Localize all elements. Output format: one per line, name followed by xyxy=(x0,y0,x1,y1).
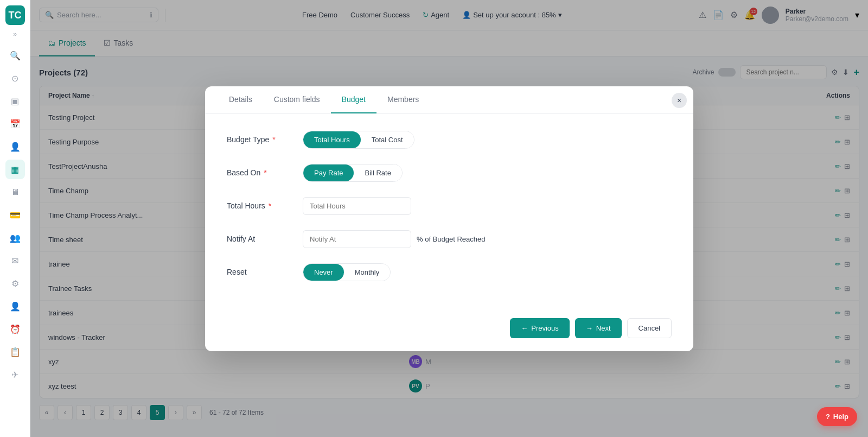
form-row-based-on: Based On * Pay Rate Bill Rate xyxy=(227,164,672,182)
next-arrow-icon: → xyxy=(586,324,593,332)
cancel-button[interactable]: Cancel xyxy=(627,318,672,338)
sidebar-icon-team[interactable]: 👥 xyxy=(5,228,25,248)
based-on-label: Based On * xyxy=(227,168,303,177)
modal-tab-custom-fields[interactable]: Custom fields xyxy=(263,86,331,113)
modal-footer: ← Previous → Next Cancel xyxy=(205,309,693,351)
modal-overlay: × Details Custom fields Budget Members B… xyxy=(30,0,868,437)
help-icon: ? xyxy=(826,413,830,421)
reset-monthly[interactable]: Monthly xyxy=(344,264,391,281)
based-on-toggle-group: Pay Rate Bill Rate xyxy=(303,164,403,182)
budget-type-controls: Total Hours Total Cost xyxy=(303,131,414,149)
sidebar-icon-settings[interactable]: ⚙ xyxy=(5,274,25,293)
form-row-budget-type: Budget Type * Total Hours Total Cost xyxy=(227,131,672,149)
reset-controls: Never Monthly xyxy=(303,263,391,281)
notify-at-controls: % of Budget Reached xyxy=(303,230,485,248)
required-mark: * xyxy=(272,135,275,144)
sidebar-icon-billing[interactable]: 💳 xyxy=(5,205,25,225)
previous-arrow-icon: ← xyxy=(521,324,528,332)
budget-type-total-cost[interactable]: Total Cost xyxy=(361,131,414,148)
sidebar: TC » 🔍 ⊙ ▣ 📅 👤 ▦ 🖥 💳 👥 ✉ ⚙ 👤 ⏰ 📋 ✈ xyxy=(0,0,30,437)
sidebar-icon-user2[interactable]: 👤 xyxy=(5,296,25,316)
form-row-notify-at: Notify At % of Budget Reached xyxy=(227,230,672,248)
based-on-controls: Pay Rate Bill Rate xyxy=(303,164,403,182)
form-row-reset: Reset Never Monthly xyxy=(227,263,672,281)
modal-close-button[interactable]: × xyxy=(672,93,687,108)
modal-tab-budget[interactable]: Budget xyxy=(331,86,376,113)
app-logo[interactable]: TC xyxy=(5,5,25,25)
modal-tabs: Details Custom fields Budget Members xyxy=(205,86,693,113)
based-on-bill-rate[interactable]: Bill Rate xyxy=(354,164,401,181)
expand-icon[interactable]: » xyxy=(13,30,17,38)
sidebar-icon-projects[interactable]: ▦ xyxy=(5,160,25,179)
modal-tab-details[interactable]: Details xyxy=(218,86,263,113)
required-mark2: * xyxy=(264,168,266,177)
reset-never[interactable]: Never xyxy=(303,264,344,281)
budget-type-toggle-group: Total Hours Total Cost xyxy=(303,131,414,149)
form-row-total-hours: Total Hours * xyxy=(227,197,672,215)
sidebar-icon-search[interactable]: 🔍 xyxy=(5,46,25,65)
modal: × Details Custom fields Budget Members B… xyxy=(205,86,693,351)
sidebar-icon-nav[interactable]: ✈ xyxy=(5,365,25,384)
modal-body: Budget Type * Total Hours Total Cost Bas… xyxy=(205,113,693,309)
sidebar-icon-tv[interactable]: ▣ xyxy=(5,91,25,111)
help-label: Help xyxy=(833,413,848,421)
total-hours-label: Total Hours * xyxy=(227,201,303,210)
budget-type-total-hours[interactable]: Total Hours xyxy=(303,131,361,148)
notify-at-label: Notify At xyxy=(227,235,303,243)
sidebar-icon-dashboard[interactable]: ⊙ xyxy=(5,68,25,88)
notify-at-input[interactable] xyxy=(303,230,411,248)
sidebar-icon-reports[interactable]: 📋 xyxy=(5,342,25,362)
sidebar-icon-mail[interactable]: ✉ xyxy=(5,251,25,270)
budget-type-label: Budget Type * xyxy=(227,135,303,144)
total-hours-input[interactable] xyxy=(303,197,411,215)
reset-toggle-group: Never Monthly xyxy=(303,263,391,281)
percent-label: % of Budget Reached xyxy=(417,235,485,243)
reset-label: Reset xyxy=(227,268,303,276)
sidebar-icon-user[interactable]: 👤 xyxy=(5,137,25,156)
sidebar-icon-calendar[interactable]: 📅 xyxy=(5,114,25,134)
modal-tab-members[interactable]: Members xyxy=(376,86,430,113)
help-button[interactable]: ? Help xyxy=(817,407,857,426)
next-button[interactable]: → Next xyxy=(575,318,622,338)
previous-button[interactable]: ← Previous xyxy=(510,318,570,338)
required-mark3: * xyxy=(269,201,271,210)
based-on-pay-rate[interactable]: Pay Rate xyxy=(303,164,354,181)
sidebar-icon-monitor[interactable]: 🖥 xyxy=(5,182,25,202)
total-hours-controls xyxy=(303,197,411,215)
sidebar-icon-time[interactable]: ⏰ xyxy=(5,319,25,339)
